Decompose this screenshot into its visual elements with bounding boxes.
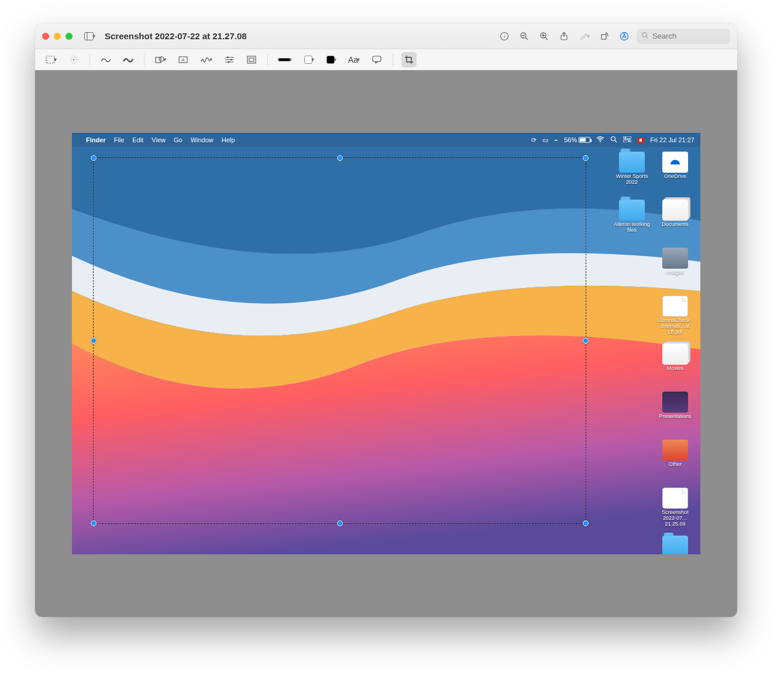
adjust-size-button[interactable] — [244, 52, 259, 67]
bluetooth-icon[interactable]: ⌁ — [554, 136, 558, 144]
annotate-button[interactable] — [369, 52, 384, 67]
highlight-button[interactable]: ▾ — [576, 29, 592, 44]
canvas-area[interactable]: Finder File Edit View Go Window Help ⟳ ▭… — [35, 70, 737, 617]
svg-line-16 — [646, 36, 648, 38]
stack-icon — [662, 200, 688, 221]
search-input[interactable] — [652, 32, 717, 40]
menu-file[interactable]: File — [114, 136, 125, 143]
spotlight-icon[interactable] — [610, 136, 617, 144]
shape-style-button[interactable]: ▾ — [276, 52, 294, 67]
svg-point-39 — [625, 137, 626, 138]
zoom-out-button[interactable] — [517, 29, 532, 44]
window-controls — [42, 33, 73, 40]
folder-icon — [619, 152, 645, 173]
macos-menubar: Finder File Edit View Go Window Help ⟳ ▭… — [72, 133, 700, 147]
preview-window: ▾ Screenshot 2022-07-22 at 21.27.08 i ▾ … — [35, 23, 737, 617]
svg-rect-37 — [623, 136, 631, 139]
svg-rect-21 — [156, 57, 161, 63]
info-button[interactable]: i — [497, 29, 512, 44]
desktop-icon[interactable]: Screenshot 2022-07…21.25.09 — [655, 488, 696, 533]
crop-handle-w[interactable] — [91, 338, 97, 344]
docfile-icon — [662, 488, 688, 509]
display-icon[interactable]: ▭ — [542, 136, 548, 144]
battery-indicator[interactable]: 56% — [564, 136, 590, 143]
zoom-button[interactable] — [66, 33, 73, 40]
crop-selection[interactable] — [93, 157, 586, 524]
svg-point-35 — [611, 137, 615, 141]
svg-point-18 — [73, 59, 74, 60]
sign-button[interactable]: ▾ — [198, 52, 215, 67]
rotate-button[interactable] — [597, 29, 612, 44]
stack-icon — [662, 344, 688, 365]
input-source-flag-icon[interactable] — [637, 138, 644, 143]
fill-color-button[interactable]: ▾ — [324, 52, 339, 67]
desktop-icon-label: Other — [669, 462, 682, 468]
desktop-icon[interactable]: Aileron working files — [611, 200, 652, 245]
svg-text:i: i — [504, 33, 506, 39]
markup-toggle-button[interactable] — [617, 29, 632, 44]
desktop-icon[interactable]: Winter Sports 2022 — [611, 152, 652, 197]
desktop-icon[interactable]: CoronaCheck - Internati…al LB.pdf — [655, 296, 696, 341]
text-tool-button[interactable]: A — [176, 52, 191, 67]
sketch-tool-button[interactable] — [98, 52, 114, 67]
svg-rect-13 — [601, 35, 606, 39]
desktop-icon[interactable]: England Summer 2022 — [655, 536, 696, 554]
desktop-icons-area: Winter Sports 2022OneDriveAileron workin… — [611, 152, 696, 554]
svg-rect-32 — [249, 58, 254, 61]
chevron-down-icon: ▾ — [163, 56, 166, 63]
text-style-button[interactable]: Aa▾ — [346, 52, 362, 67]
crop-handle-ne[interactable] — [583, 155, 589, 161]
share-button[interactable] — [556, 29, 572, 44]
desktop-icon-label: OneDrive — [664, 174, 686, 180]
chevron-down-icon: ▾ — [587, 33, 590, 39]
crop-handle-nw[interactable] — [91, 155, 97, 161]
desktop-icon-label: Movies — [667, 366, 684, 372]
adjust-color-button[interactable] — [222, 52, 237, 67]
chevron-down-icon: ▾ — [54, 56, 57, 63]
menu-help[interactable]: Help — [222, 136, 235, 143]
svg-rect-17 — [46, 56, 54, 63]
thumb-purple-icon — [662, 392, 688, 413]
crop-handle-s[interactable] — [337, 520, 343, 526]
minimize-button[interactable] — [54, 33, 61, 40]
menubar-datetime[interactable]: Fri 22 Jul 21:27 — [650, 136, 694, 143]
menu-window[interactable]: Window — [191, 136, 214, 143]
svg-line-8 — [545, 37, 548, 40]
control-center-icon[interactable] — [623, 136, 631, 143]
battery-percent: 56% — [564, 136, 577, 143]
crop-tool-button[interactable] — [401, 52, 417, 67]
menu-go[interactable]: Go — [174, 136, 183, 143]
sync-icon[interactable]: ⟳ — [531, 136, 537, 144]
desktop-icon-label: Winter Sports 2022 — [612, 174, 652, 186]
shapes-button[interactable]: ▾ — [153, 52, 169, 67]
menu-view[interactable]: View — [152, 136, 166, 143]
desktop-icon[interactable]: Movies — [655, 344, 696, 389]
desktop-icon[interactable]: Other — [655, 440, 696, 485]
wifi-icon[interactable] — [596, 136, 604, 143]
desktop-icon[interactable]: Images — [655, 248, 696, 293]
close-button[interactable] — [42, 33, 49, 40]
desktop-icon-label: Documents — [662, 222, 689, 228]
search-field[interactable] — [637, 29, 730, 44]
svg-rect-31 — [247, 56, 256, 63]
desktop-icon[interactable]: Documents — [655, 200, 696, 245]
border-color-button[interactable]: ▾ — [301, 52, 317, 67]
crop-handle-e[interactable] — [583, 338, 589, 344]
crop-handle-se[interactable] — [583, 520, 589, 526]
desktop-icon-label: Screenshot 2022-07…21.25.09 — [655, 510, 695, 527]
desktop-icon-label: Images — [666, 270, 684, 276]
desktop-icon-label: Presentations — [659, 414, 691, 420]
chevron-down-icon: ▾ — [333, 56, 336, 63]
draw-tool-button[interactable] — [121, 52, 136, 67]
menu-edit[interactable]: Edit — [132, 136, 143, 143]
zoom-in-button[interactable] — [537, 29, 552, 44]
selection-tool-button[interactable]: ▾ — [43, 52, 59, 67]
desktop-icon[interactable]: Presentations — [655, 392, 696, 437]
crop-handle-sw[interactable] — [91, 520, 97, 526]
svg-point-28 — [231, 59, 232, 60]
crop-handle-n[interactable] — [337, 155, 343, 161]
instant-alpha-button[interactable] — [66, 52, 81, 67]
sidebar-toggle-button[interactable]: ▾ — [82, 29, 98, 44]
desktop-icon[interactable]: OneDrive — [655, 152, 696, 197]
menubar-app-name[interactable]: Finder — [86, 136, 106, 143]
